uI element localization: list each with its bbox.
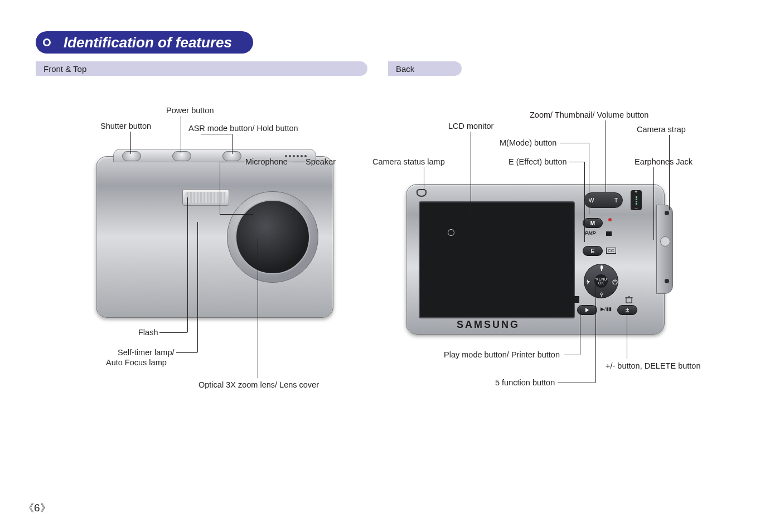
label-mode: M(Mode) button xyxy=(500,138,556,147)
leader-mic-v xyxy=(220,162,220,214)
leader-effect-v xyxy=(584,162,585,242)
leader-play-h xyxy=(564,355,580,355)
leader-mode-v xyxy=(589,143,589,214)
leader-shutter xyxy=(130,132,131,154)
svg-rect-0 xyxy=(600,265,603,269)
label-speaker: Speaker xyxy=(306,157,336,166)
leader-five-v xyxy=(595,279,596,383)
brand-logo: SAMSUNG xyxy=(457,319,520,331)
leader-strap xyxy=(669,135,670,210)
macro-glyph-icon xyxy=(598,292,605,298)
label-ear: Earphones Jack xyxy=(635,157,692,166)
cc-label: CC xyxy=(606,248,616,254)
strap-hole-icon xyxy=(665,211,669,215)
grip-cap-icon xyxy=(660,236,670,246)
leader-five-h xyxy=(558,383,595,383)
mode-button-icon: M xyxy=(583,218,603,228)
leader-lens xyxy=(258,238,258,378)
label-plusminus: +/- button, DELETE button xyxy=(606,361,700,370)
label-flash: Flash xyxy=(138,328,158,337)
menu-ok-button-icon: MENUOK xyxy=(594,274,608,288)
delete-glyph-icon xyxy=(625,296,633,304)
label-effect: E (Effect) button xyxy=(509,157,567,166)
power-button-icon xyxy=(172,151,191,161)
leader-flash-h xyxy=(159,332,187,333)
page-number: 《6》 xyxy=(23,501,51,515)
leader-ear xyxy=(653,167,654,240)
leader-asr-h xyxy=(201,134,232,134)
leader-flash-v xyxy=(187,197,188,332)
mic-glyph-icon xyxy=(599,265,604,271)
diagram-canvas: Shutter button Power button ASR mode but… xyxy=(36,84,737,407)
lcd-screen-icon xyxy=(419,201,575,318)
camera-glyph-icon xyxy=(606,231,612,236)
leader-status xyxy=(424,167,424,190)
label-status: Camera status lamp xyxy=(372,157,445,166)
plus-minus-button-icon xyxy=(617,305,637,315)
leader-speaker xyxy=(292,162,304,162)
effect-button-icon: E xyxy=(583,246,603,256)
leader-power xyxy=(181,116,181,153)
page-title-pill: Identification of features xyxy=(36,31,253,54)
flash-glyph-icon xyxy=(585,279,591,284)
leader-lcd xyxy=(471,132,471,216)
flash-icon xyxy=(182,189,229,206)
leader-zoom xyxy=(606,120,606,192)
label-power: Power button xyxy=(166,106,214,115)
svg-rect-1 xyxy=(601,269,602,271)
play-pause-glyph-icon: ▶/▮▮ xyxy=(600,306,612,312)
volume-bar-icon xyxy=(631,190,642,210)
leader-pm xyxy=(627,308,627,359)
leader-effect-h xyxy=(569,162,584,162)
timer-glyph-icon xyxy=(612,279,618,284)
label-play: Play mode button/ Printer button xyxy=(444,350,560,359)
leader-mode-h xyxy=(560,143,589,143)
earphone-jack-icon xyxy=(665,279,669,283)
title-bullet-icon xyxy=(36,31,58,54)
lens-icon xyxy=(227,191,318,283)
leader-mic-v2 xyxy=(220,214,253,215)
status-lamp-icon xyxy=(417,189,427,197)
label-lens: Optical 3X zoom lens/ Lens cover xyxy=(198,380,319,389)
record-dot-icon xyxy=(608,218,612,221)
label-zoom: Zoom/ Thumbnail/ Volume button xyxy=(530,110,648,119)
five-function-wheel-icon: MENUOK xyxy=(584,264,618,298)
leader-st-v xyxy=(197,222,198,352)
camera-front-illustration xyxy=(96,156,333,318)
svg-rect-3 xyxy=(626,298,632,303)
subheading-back: Back xyxy=(388,61,462,76)
zoom-w-label: W xyxy=(589,197,594,204)
leader-st-h xyxy=(176,352,197,353)
label-selftimer-1: Self-timer lamp/ xyxy=(118,348,175,357)
label-selftimer-2: Auto Focus lamp xyxy=(106,358,167,367)
label-mic: Microphone xyxy=(245,157,288,166)
pmp-label: PMP xyxy=(585,230,596,236)
page-title: Identification of features xyxy=(47,31,253,54)
label-shutter: Shutter button xyxy=(100,122,151,130)
leader-asr xyxy=(232,134,233,154)
label-strap: Camera strap xyxy=(637,125,686,134)
printer-glyph-icon xyxy=(574,296,579,303)
camera-back-illustration: SAMSUNG W T M PMP E CC MENUOK xyxy=(406,184,665,335)
label-asr: ASR mode button/ Hold button xyxy=(188,124,298,133)
shutter-button-icon xyxy=(122,151,141,161)
zoom-t-label: T xyxy=(614,197,618,204)
zoom-rocker-icon: W T xyxy=(584,192,623,208)
grip-icon xyxy=(656,205,673,294)
label-lcd: LCD monitor xyxy=(448,122,493,130)
leader-mic xyxy=(220,162,244,162)
subheading-front-top: Front & Top xyxy=(36,61,367,76)
label-five: 5 function button xyxy=(495,378,555,387)
leader-play-v xyxy=(580,308,580,355)
